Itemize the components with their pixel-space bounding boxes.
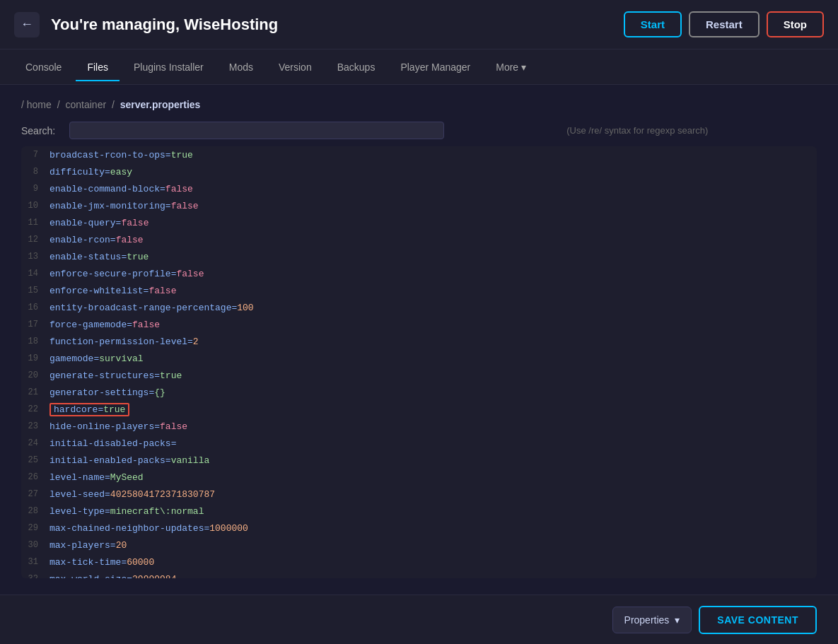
line-number: 22	[21, 404, 50, 414]
nav-mods[interactable]: Mods	[218, 53, 264, 81]
breadcrumb-container: container	[65, 99, 106, 110]
line-content: max-chained-neighbor-updates=1000000	[50, 523, 248, 534]
editor-line[interactable]: 12enable-rcon=false	[21, 231, 817, 248]
line-number: 10	[21, 201, 50, 211]
line-content: initial-disabled-packs=	[50, 438, 176, 449]
editor-line[interactable]: 19gamemode=survival	[21, 350, 817, 367]
line-number: 24	[21, 438, 50, 448]
line-content: enable-query=false	[50, 218, 149, 228]
editor-line[interactable]: 31max-tick-time=60000	[21, 554, 817, 570]
editor-line[interactable]: 9enable-command-block=false	[21, 180, 817, 197]
line-number: 14	[21, 269, 50, 279]
line-content: hide-online-players=false	[50, 421, 187, 432]
line-content: level-seed=4025804172371830787	[50, 489, 215, 500]
line-content: max-world-size=29999984	[50, 574, 176, 579]
line-number: 7	[21, 150, 50, 160]
editor-line[interactable]: 28level-type=minecraft\:normal	[21, 503, 817, 520]
chevron-down-icon: ▾	[521, 62, 526, 73]
editor-line[interactable]: 11enable-query=false	[21, 214, 817, 231]
line-content: difficulty=easy	[50, 167, 132, 177]
editor-line[interactable]: 21generator-settings={}	[21, 384, 817, 401]
line-content: enforce-whitelist=false	[50, 286, 176, 296]
line-content: hardcore=true	[50, 403, 129, 416]
line-number: 26	[21, 472, 50, 482]
line-number: 8	[21, 167, 50, 177]
editor-line[interactable]: 20generate-structures=true	[21, 367, 817, 384]
line-number: 20	[21, 370, 50, 380]
line-content: broadcast-rcon-to-ops=true	[50, 150, 193, 160]
editor-line[interactable]: 17force-gamemode=false	[21, 316, 817, 333]
editor-line[interactable]: 26level-name=MySeed	[21, 469, 817, 486]
line-content: enable-jmx-monitoring=false	[50, 201, 199, 211]
breadcrumb-file: server.properties	[120, 99, 201, 110]
editor-line[interactable]: 29max-chained-neighbor-updates=1000000	[21, 520, 817, 537]
search-hint: (Use /re/ syntax for regexp search)	[458, 125, 817, 136]
editor-line[interactable]: 23hide-online-players=false	[21, 418, 817, 435]
nav-files[interactable]: Files	[76, 53, 120, 81]
editor-line[interactable]: 8difficulty=easy	[21, 163, 817, 180]
header: ← You're managing, WiseHosting Start Res…	[0, 0, 838, 49]
breadcrumb-home: / home	[21, 99, 52, 110]
stop-button[interactable]: Stop	[767, 11, 824, 37]
editor-line[interactable]: 13enable-status=true	[21, 248, 817, 265]
line-content: enable-status=true	[50, 252, 149, 262]
editor-line[interactable]: 10enable-jmx-monitoring=false	[21, 197, 817, 214]
editor-line[interactable]: 16entity-broadcast-range-percentage=100	[21, 299, 817, 316]
line-number: 9	[21, 184, 50, 194]
line-number: 21	[21, 387, 50, 397]
nav-player-manager[interactable]: Player Manager	[389, 53, 482, 81]
line-content: enable-rcon=false	[50, 235, 144, 245]
line-content: level-type=minecraft\:normal	[50, 506, 204, 517]
line-number: 29	[21, 523, 50, 533]
nav-console[interactable]: Console	[14, 53, 73, 81]
line-content: function-permission-level=2	[50, 336, 199, 347]
line-number: 25	[21, 455, 50, 465]
footer: Properties ▾ SAVE CONTENT	[0, 595, 838, 644]
line-number: 12	[21, 235, 50, 245]
line-number: 16	[21, 303, 50, 312]
line-content: enable-command-block=false	[50, 184, 193, 194]
line-number: 28	[21, 506, 50, 516]
line-content: max-players=20	[50, 540, 127, 551]
start-button[interactable]: Start	[624, 11, 682, 37]
editor-line[interactable]: 14enforce-secure-profile=false	[21, 265, 817, 282]
nav-plugins[interactable]: Plugins Installer	[122, 53, 215, 81]
search-input[interactable]	[69, 122, 443, 139]
editor-line[interactable]: 24initial-disabled-packs=	[21, 435, 817, 452]
properties-label: Properties	[624, 614, 670, 626]
nav-more[interactable]: More ▾	[484, 53, 537, 81]
editor-line[interactable]: 7broadcast-rcon-to-ops=true	[21, 146, 817, 163]
line-content: max-tick-time=60000	[50, 557, 154, 568]
editor-line[interactable]: 25initial-enabled-packs=vanilla	[21, 452, 817, 469]
nav-version[interactable]: Version	[267, 53, 323, 81]
nav-backups[interactable]: Backups	[326, 53, 387, 81]
line-number: 23	[21, 421, 50, 431]
line-content: gamemode=survival	[50, 353, 144, 364]
line-content: generator-settings={}	[50, 387, 165, 398]
breadcrumb: / home / container / server.properties	[21, 99, 817, 110]
line-number: 11	[21, 218, 50, 228]
editor-line[interactable]: 22hardcore=true	[21, 401, 817, 418]
editor-line[interactable]: 18function-permission-level=2	[21, 333, 817, 350]
editor-line[interactable]: 15enforce-whitelist=false	[21, 282, 817, 299]
search-label: Search:	[21, 125, 55, 136]
editor-line[interactable]: 32max-world-size=29999984	[21, 570, 817, 578]
line-content: enforce-secure-profile=false	[50, 269, 204, 279]
line-number: 15	[21, 286, 50, 295]
line-number: 13	[21, 252, 50, 262]
line-number: 19	[21, 353, 50, 363]
line-number: 30	[21, 540, 50, 550]
line-content: initial-enabled-packs=vanilla	[50, 455, 209, 466]
save-content-button[interactable]: SAVE CONTENT	[699, 606, 817, 634]
line-content: entity-broadcast-range-percentage=100	[50, 303, 254, 313]
line-number: 32	[21, 574, 50, 578]
code-editor[interactable]: 7broadcast-rcon-to-ops=true8difficulty=e…	[21, 146, 817, 578]
editor-line[interactable]: 27level-seed=4025804172371830787	[21, 486, 817, 503]
line-number: 31	[21, 557, 50, 567]
restart-button[interactable]: Restart	[689, 11, 760, 37]
editor-line[interactable]: 30max-players=20	[21, 537, 817, 554]
search-bar: Search: (Use /re/ syntax for regexp sear…	[21, 122, 817, 139]
back-button[interactable]: ←	[14, 12, 40, 37]
properties-dropdown[interactable]: Properties ▾	[612, 607, 692, 633]
line-content: level-name=MySeed	[50, 472, 144, 483]
